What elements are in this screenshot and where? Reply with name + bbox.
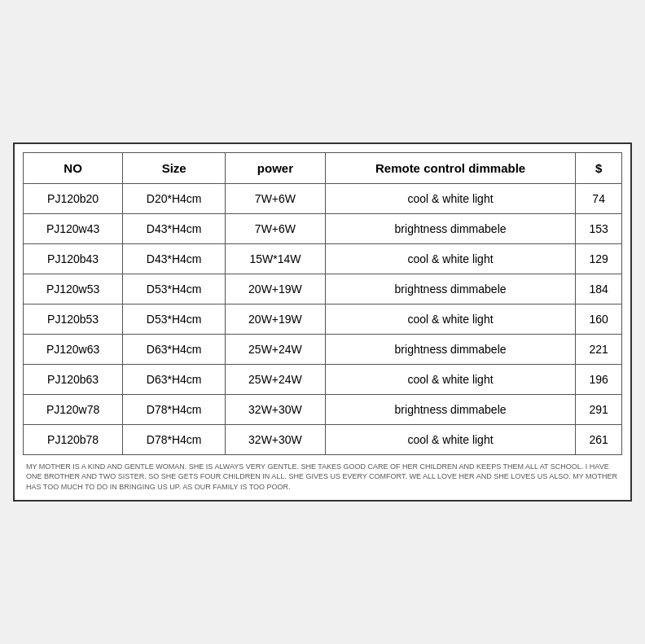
col-header-power: power [226,152,326,183]
cell-remote: brightness dimmabele [325,394,575,424]
cell-remote: cool & white light [325,243,575,274]
cell-price: 129 [576,243,622,274]
cell-power: 32W+30W [226,424,326,454]
cell-remote: brightness dimmabele [325,213,575,243]
table-row: PJ120b78D78*H4cm32W+30Wcool & white ligh… [24,424,622,454]
table-row: PJ120w78D78*H4cm32W+30Wbrightness dimmab… [24,394,622,424]
col-header-price: $ [576,152,622,183]
main-container: NO Size power Remote control dimmable $ … [13,142,632,502]
cell-remote: brightness dimmabele [325,274,575,304]
cell-size: D43*H4cm [123,243,226,274]
cell-no: PJ120b20 [24,183,123,213]
cell-size: D53*H4cm [123,274,226,304]
table-row: PJ120w63D63*H4cm25W+24Wbrightness dimmab… [24,334,622,364]
cell-size: D78*H4cm [123,394,226,424]
cell-size: D78*H4cm [123,424,226,454]
cell-power: 7W+6W [226,183,326,213]
cell-price: 184 [576,274,622,304]
product-table: NO Size power Remote control dimmable $ … [23,152,622,455]
cell-price: 153 [576,213,622,243]
cell-power: 7W+6W [226,213,326,243]
col-header-size: Size [123,152,226,183]
cell-power: 32W+30W [226,394,326,424]
cell-size: D63*H4cm [123,364,226,394]
cell-remote: cool & white light [325,183,575,213]
cell-no: PJ120b53 [24,304,123,334]
cell-no: PJ120b63 [24,364,123,394]
cell-size: D53*H4cm [123,304,226,334]
cell-no: PJ120w43 [24,213,123,243]
cell-remote: brightness dimmabele [325,334,575,364]
cell-power: 25W+24W [226,334,326,364]
cell-size: D43*H4cm [123,213,226,243]
table-row: PJ120b53D53*H4cm20W+19Wcool & white ligh… [24,304,622,334]
cell-no: PJ120b43 [24,243,123,274]
footer-text: MY MOTHER IS A KIND AND GENTLE WOMAN. SH… [23,462,622,493]
cell-no: PJ120b78 [24,424,123,454]
table-row: PJ120w53D53*H4cm20W+19Wbrightness dimmab… [24,274,622,304]
table-header-row: NO Size power Remote control dimmable $ [24,152,622,183]
cell-size: D63*H4cm [123,334,226,364]
cell-price: 160 [576,304,622,334]
cell-price: 291 [576,394,622,424]
table-row: PJ120b20D20*H4cm7W+6Wcool & white light7… [24,183,622,213]
cell-price: 221 [576,334,622,364]
cell-price: 74 [576,183,622,213]
cell-no: PJ120w53 [24,274,123,304]
col-header-no: NO [24,152,123,183]
cell-power: 15W*14W [226,243,326,274]
cell-power: 20W+19W [226,304,326,334]
cell-remote: cool & white light [325,364,575,394]
table-row: PJ120w43D43*H4cm7W+6Wbrightness dimmabel… [24,213,622,243]
cell-price: 261 [576,424,622,454]
cell-no: PJ120w78 [24,394,123,424]
table-row: PJ120b43D43*H4cm15W*14Wcool & white ligh… [24,243,622,274]
table-row: PJ120b63D63*H4cm25W+24Wcool & white ligh… [24,364,622,394]
cell-no: PJ120w63 [24,334,123,364]
cell-remote: cool & white light [325,424,575,454]
cell-price: 196 [576,364,622,394]
cell-power: 25W+24W [226,364,326,394]
col-header-remote: Remote control dimmable [325,152,575,183]
cell-size: D20*H4cm [123,183,226,213]
cell-power: 20W+19W [226,274,326,304]
cell-remote: cool & white light [325,304,575,334]
